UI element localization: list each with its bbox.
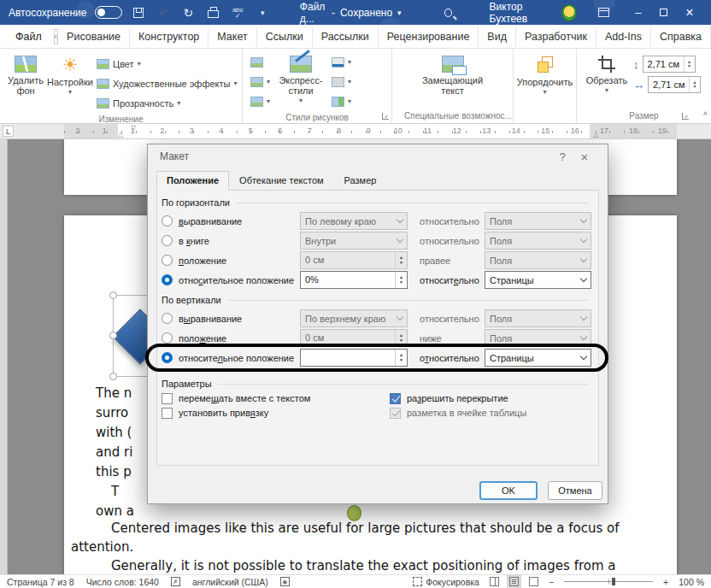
zoom-level[interactable]: 100 % <box>679 577 704 587</box>
radio-v-absolute[interactable] <box>162 332 173 344</box>
macro-recording-icon[interactable]: ◉ <box>280 577 290 586</box>
print-icon[interactable] <box>205 5 221 21</box>
checkbox-allow-overlap[interactable] <box>390 393 401 404</box>
dialog-launcher-icon[interactable] <box>682 113 689 120</box>
h-alignment-select[interactable]: По левому краю <box>300 212 408 230</box>
read-mode-icon[interactable] <box>490 577 499 586</box>
zoom-slider[interactable] <box>564 581 653 582</box>
radio-h-book[interactable] <box>162 235 173 246</box>
dialog-help-button[interactable]: ? <box>551 150 573 163</box>
ribbon-tab[interactable]: Справка <box>651 26 711 47</box>
dialog-title-bar[interactable]: Макет ? × <box>148 144 608 168</box>
corrections-button[interactable]: ☀ Настройки ▾ <box>48 51 92 97</box>
arrange-button[interactable]: Упорядочить ▾ <box>517 51 573 97</box>
tab-size[interactable]: Размер <box>334 171 387 191</box>
quick-styles-button[interactable]: Экспресс-стили ▾ <box>274 51 327 105</box>
transparency-button[interactable]: Прозрачность ▾ <box>94 94 239 112</box>
spelling-icon[interactable]: abc✓ <box>230 5 246 21</box>
tab-position[interactable]: Положение <box>156 171 229 191</box>
print-layout-icon[interactable] <box>509 577 519 586</box>
artistic-effects-button[interactable]: Художественные эффекты ▾ <box>94 74 239 92</box>
minimize-button[interactable]: – <box>626 0 651 25</box>
v-alignment-select[interactable]: По верхнему краю <box>300 309 408 327</box>
picture-effects-button[interactable]: ▾ <box>329 73 354 91</box>
ribbon-tab[interactable]: Ссылки <box>257 26 313 47</box>
radio-h-alignment[interactable] <box>162 215 173 226</box>
avatar[interactable] <box>561 4 577 21</box>
shape-handle[interactable] <box>109 291 117 299</box>
close-button[interactable]: × <box>677 0 702 25</box>
height-input[interactable]: 2,71 см ▲▼ <box>643 56 696 73</box>
zoom-slider-handle[interactable] <box>612 578 615 585</box>
shape-handle-green[interactable] <box>347 505 361 521</box>
user-name[interactable]: Виктор Бухтеев <box>490 1 554 25</box>
web-layout-icon[interactable] <box>529 577 538 586</box>
first-line-indent-marker[interactable]: ▽ <box>131 124 136 132</box>
zoom-in-button[interactable]: + <box>663 577 668 587</box>
height-spinner[interactable]: ▲▼ <box>684 56 695 72</box>
h-book-select[interactable]: Внутри <box>300 232 408 250</box>
picture-frame-button[interactable] <box>248 53 273 71</box>
collapse-ribbon-icon[interactable]: ˄ <box>703 109 708 118</box>
document-text-fragments[interactable]: The nsurrowith (and rithis pTown a <box>96 385 134 523</box>
alt-text-button[interactable]: Замещающий текст <box>419 51 487 97</box>
ribbon-tab[interactable]: Рецензирование <box>379 26 479 47</box>
tab-file[interactable]: Файл <box>3 26 54 47</box>
crop-button[interactable]: Обрезать ▾ <box>584 51 630 95</box>
proofing-errors-icon[interactable]: ✗ <box>171 577 180 586</box>
word-count[interactable]: Число слов: 1640 <box>86 577 159 587</box>
paragraph-line[interactable]: Centered images like this are useful for… <box>111 520 619 536</box>
width-input[interactable]: 2,71 см ▲▼ <box>648 76 701 93</box>
checkbox-move-with-text[interactable] <box>162 393 173 404</box>
autosave-toggle[interactable] <box>95 6 121 19</box>
vertical-ruler[interactable] <box>0 139 8 574</box>
tab-selector[interactable]: L <box>3 126 14 137</box>
redo-icon[interactable]: ↻ <box>180 5 197 21</box>
h-book-relative-select[interactable]: Поля <box>485 232 591 250</box>
save-icon[interactable] <box>131 5 147 21</box>
paragraph-line[interactable]: Generally, it is not possible to transla… <box>111 558 616 573</box>
search-icon[interactable] <box>444 9 452 17</box>
ribbon-tab[interactable]: Вид <box>479 26 516 47</box>
h-absolute-input[interactable]: 0 см▲▼ <box>300 251 408 269</box>
h-absolute-relative-select[interactable]: Поля <box>485 251 591 269</box>
h-alignment-relative-select[interactable]: Поля <box>485 212 591 230</box>
tab-text-wrapping[interactable]: Обтекание текстом <box>229 171 334 191</box>
color-button[interactable]: Цвет ▾ <box>94 55 239 73</box>
paragraph-line[interactable]: attention. <box>71 539 133 555</box>
maximize-button[interactable] <box>651 0 677 25</box>
dialog-launcher-icon[interactable] <box>382 113 389 120</box>
page-indicator[interactable]: Страница 7 из 8 <box>7 577 74 587</box>
language-indicator[interactable]: английский (США) <box>192 577 268 587</box>
ok-button[interactable]: OK <box>479 481 538 500</box>
undo-icon[interactable]: ↶ <box>156 5 172 21</box>
v-alignment-relative-select[interactable]: Поля <box>485 309 591 327</box>
qat-customize-chevron-icon[interactable]: ▾ <box>255 5 271 21</box>
shape-handle[interactable] <box>109 332 117 339</box>
h-relative-relative-select[interactable]: Страницы <box>485 271 591 289</box>
ribbon-display-icon[interactable] <box>596 5 612 21</box>
ribbon-tab[interactable]: Макет <box>209 26 256 47</box>
ribbon-tab[interactable]: Add-Ins <box>596 26 651 47</box>
ribbon-tab[interactable]: Рассылки <box>313 26 379 47</box>
reset-picture-button[interactable]: ▾ <box>248 92 273 110</box>
zoom-out-button[interactable]: − <box>549 577 554 587</box>
radio-h-absolute[interactable] <box>162 255 173 266</box>
cancel-button[interactable]: Отмена <box>548 481 602 500</box>
change-picture-button[interactable]: ▾ <box>248 73 273 91</box>
remove-background-button[interactable]: Удалить фон <box>3 51 48 97</box>
left-indent-marker[interactable]: △ <box>118 132 123 138</box>
picture-border-button[interactable]: ▾ <box>329 53 354 71</box>
document-title[interactable]: Файл д... - Сохранено ▾ <box>300 1 402 25</box>
horizontal-ruler[interactable]: L 21 12345678910111213141516 171819 ▽ △ … <box>0 124 711 139</box>
radio-v-alignment[interactable] <box>162 313 173 324</box>
h-relative-input[interactable]: 0%▲▼ <box>300 271 408 289</box>
focus-mode-button[interactable]: Фокусировка <box>426 577 479 587</box>
shape-handle[interactable] <box>109 373 117 380</box>
radio-h-relative[interactable] <box>162 274 173 285</box>
right-indent-marker[interactable]: △ <box>593 132 598 138</box>
dialog-close-button[interactable]: × <box>573 150 596 164</box>
ribbon-tab[interactable]: Рисование <box>58 26 130 47</box>
ribbon-tab[interactable]: Конструктор <box>130 26 209 47</box>
checkbox-lock-anchor[interactable] <box>162 408 173 419</box>
